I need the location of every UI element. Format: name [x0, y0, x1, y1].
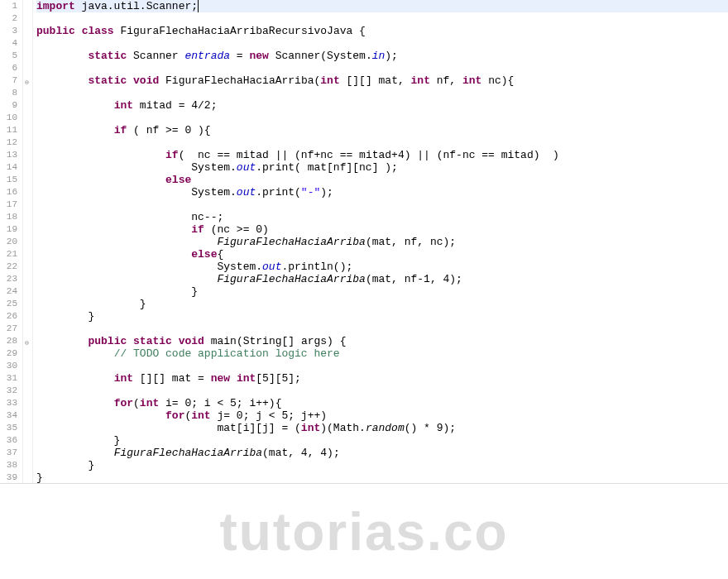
code-line[interactable]	[36, 360, 728, 372]
fold-marker	[23, 211, 32, 223]
code-line[interactable]: mat[i][j] = (int)(Math.random() * 9);	[36, 422, 728, 434]
line-number: 25	[0, 298, 17, 310]
line-number: 28	[0, 335, 17, 347]
code-line[interactable]: else{	[36, 248, 728, 261]
fold-marker	[23, 50, 32, 62]
fold-markers: ⊖⊖	[23, 0, 33, 483]
code-line[interactable]	[36, 112, 728, 124]
code-line[interactable]: for(int j= 0; j < 5; j++)	[36, 409, 728, 422]
code-line[interactable]: public class FiguraFlechaHaciaArribaRecu…	[36, 25, 728, 37]
code-line[interactable]: static Scanner entrada = new Scanner(Sys…	[36, 50, 728, 62]
fold-marker	[23, 409, 32, 422]
fold-marker	[23, 236, 32, 248]
fold-marker	[23, 124, 32, 136]
line-number: 24	[0, 285, 17, 298]
line-number: 21	[0, 248, 17, 261]
code-line[interactable]: }	[36, 459, 728, 471]
line-number: 3	[0, 25, 17, 37]
line-number: 12	[0, 136, 17, 149]
line-number: 5	[0, 50, 17, 62]
line-number: 13	[0, 149, 17, 161]
line-number: 19	[0, 223, 17, 236]
fold-marker	[23, 99, 32, 112]
code-line[interactable]: FiguraFlechaHaciaArriba(mat, nf, nc);	[36, 236, 728, 248]
fold-marker	[23, 223, 32, 236]
fold-marker	[23, 136, 32, 149]
line-number: 8	[0, 87, 17, 99]
line-number: 11	[0, 124, 17, 136]
fold-marker	[23, 422, 32, 434]
code-line[interactable]: System.out.println();	[36, 261, 728, 273]
line-number: 16	[0, 186, 17, 199]
fold-marker	[23, 25, 32, 37]
code-line[interactable]	[36, 323, 728, 335]
code-line[interactable]	[36, 62, 728, 74]
code-editor[interactable]: 1234567891011121314151617181920212223242…	[0, 0, 728, 484]
code-line[interactable]: }	[36, 298, 728, 310]
line-number: 26	[0, 310, 17, 323]
fold-marker	[23, 347, 32, 360]
line-number: 38	[0, 459, 17, 471]
code-line[interactable]: if ( nf >= 0 ){	[36, 124, 728, 136]
line-number: 15	[0, 174, 17, 186]
code-line[interactable]: import java.util.Scanner;	[36, 0, 728, 12]
code-line[interactable]: if (nc >= 0)	[36, 223, 728, 236]
code-line[interactable]: FiguraFlechaHaciaArriba(mat, 4, 4);	[36, 447, 728, 459]
code-line[interactable]: }	[36, 285, 728, 298]
code-line[interactable]	[36, 12, 728, 25]
code-line[interactable]: public static void main(String[] args) {	[36, 335, 728, 347]
code-line[interactable]	[36, 37, 728, 50]
code-line[interactable]	[36, 199, 728, 211]
code-line[interactable]: System.out.print( mat[nf][nc] );	[36, 161, 728, 174]
line-number: 33	[0, 397, 17, 409]
code-line[interactable]: }	[36, 471, 728, 484]
code-line[interactable]: int mitad = 4/2;	[36, 99, 728, 112]
line-number: 20	[0, 236, 17, 248]
watermark-text: tutorias.co	[0, 501, 728, 562]
line-number: 35	[0, 422, 17, 434]
code-line[interactable]: for(int i= 0; i < 5; i++){	[36, 397, 728, 409]
line-number: 18	[0, 211, 17, 223]
code-line[interactable]: }	[36, 310, 728, 323]
fold-marker	[23, 372, 32, 385]
line-number: 36	[0, 434, 17, 447]
line-number: 23	[0, 273, 17, 285]
line-number: 34	[0, 409, 17, 422]
code-line[interactable]	[36, 87, 728, 99]
code-line[interactable]: nc--;	[36, 211, 728, 223]
fold-marker	[23, 273, 32, 285]
line-number: 22	[0, 261, 17, 273]
line-number: 7	[0, 74, 17, 87]
code-area[interactable]: import java.util.Scanner;public class Fi…	[33, 0, 728, 483]
code-line[interactable]: else	[36, 174, 728, 186]
fold-marker	[23, 261, 32, 273]
line-number: 30	[0, 360, 17, 372]
code-line[interactable]: static void FiguraFlechaHaciaArriba(int …	[36, 74, 728, 87]
line-number: 6	[0, 62, 17, 74]
line-number: 39	[0, 471, 17, 484]
line-number: 2	[0, 12, 17, 25]
fold-marker	[23, 37, 32, 50]
fold-marker	[23, 199, 32, 211]
code-line[interactable]: }	[36, 434, 728, 447]
fold-marker	[23, 248, 32, 261]
fold-marker	[23, 459, 32, 471]
fold-marker	[23, 447, 32, 459]
line-number: 1	[0, 0, 17, 12]
code-line[interactable]	[36, 136, 728, 149]
code-line[interactable]	[36, 385, 728, 397]
fold-marker	[23, 310, 32, 323]
line-number: 14	[0, 161, 17, 174]
fold-marker	[23, 186, 32, 199]
code-line[interactable]: // TODO code application logic here	[36, 347, 728, 360]
fold-marker	[23, 161, 32, 174]
line-number: 10	[0, 112, 17, 124]
code-line[interactable]: FiguraFlechaHaciaArriba(mat, nf-1, 4);	[36, 273, 728, 285]
fold-marker	[23, 62, 32, 74]
code-line[interactable]: if( nc == mitad || (nf+nc == mitad+4) ||…	[36, 149, 728, 161]
fold-marker	[23, 360, 32, 372]
code-line[interactable]: int [][] mat = new int[5][5];	[36, 372, 728, 385]
line-number-gutter: 1234567891011121314151617181920212223242…	[0, 0, 23, 483]
line-number: 27	[0, 323, 17, 335]
code-line[interactable]: System.out.print("-");	[36, 186, 728, 199]
